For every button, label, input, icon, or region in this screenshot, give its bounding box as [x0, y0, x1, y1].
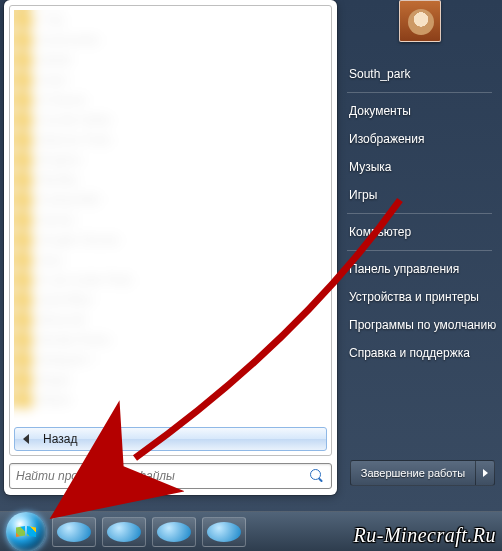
- program-folder-item[interactable]: Foobar2000: [14, 190, 327, 210]
- right-panel-item[interactable]: Игры: [337, 181, 502, 209]
- app-icon: [57, 522, 91, 542]
- search-box[interactable]: [9, 463, 332, 489]
- taskbar-pinned-item[interactable]: [202, 517, 246, 547]
- program-label: Foobar2000: [38, 193, 100, 207]
- separator: [347, 92, 492, 93]
- shutdown-row: Завершение работы: [350, 460, 495, 486]
- folder-icon: [16, 153, 32, 167]
- program-label: Games: [38, 213, 75, 227]
- program-folder-item[interactable]: Steam: [14, 390, 327, 410]
- folder-icon: [16, 133, 32, 147]
- watermark: Ru-Minecraft.Ru: [354, 524, 496, 547]
- app-icon: [157, 522, 191, 542]
- start-right-panel: South_parkДокументыИзображенияМузыкаИгры…: [337, 0, 502, 495]
- right-panel-item[interactable]: Программы по умолчанию: [337, 311, 502, 339]
- folder-icon: [16, 333, 32, 347]
- right-panel-item[interactable]: Документы: [337, 97, 502, 125]
- right-panel-item[interactable]: Панель управления: [337, 255, 502, 283]
- programs-list[interactable]: 7-ZipAccessoriesAdobeAvastCCleanerCounte…: [14, 10, 327, 427]
- folder-icon: [16, 53, 32, 67]
- search-input[interactable]: [16, 469, 309, 483]
- chevron-right-icon: [483, 469, 488, 477]
- chevron-left-icon: [23, 434, 29, 444]
- program-folder-item[interactable]: Accessories: [14, 30, 327, 50]
- program-folder-item[interactable]: K-Lite Codec Pack: [14, 270, 327, 290]
- back-label: Назад: [43, 432, 77, 446]
- program-label: K-Lite Codec Pack: [38, 273, 132, 287]
- taskbar-pinned-item[interactable]: [152, 517, 196, 547]
- shutdown-button[interactable]: Завершение работы: [350, 460, 475, 486]
- folder-icon: [16, 113, 32, 127]
- program-folder-item[interactable]: Avast: [14, 70, 327, 90]
- folder-icon: [16, 273, 32, 287]
- right-panel-item[interactable]: Компьютер: [337, 218, 502, 246]
- program-folder-item[interactable]: CCleaner: [14, 90, 327, 110]
- program-folder-item[interactable]: Skype: [14, 370, 327, 390]
- back-button[interactable]: Назад: [14, 427, 327, 451]
- separator: [347, 250, 492, 251]
- folder-icon: [16, 393, 32, 407]
- program-label: LibreOffice: [38, 293, 93, 307]
- program-label: Avast: [38, 73, 66, 87]
- program-label: Counter-Strike: [38, 113, 111, 127]
- user-avatar[interactable]: [399, 0, 441, 42]
- right-panel-item[interactable]: South_park: [337, 60, 502, 88]
- program-folder-item[interactable]: Adobe: [14, 50, 327, 70]
- program-label: Notepad++: [38, 353, 95, 367]
- folder-icon: [16, 373, 32, 387]
- folder-icon: [16, 253, 32, 267]
- program-folder-item[interactable]: Google Chrome: [14, 230, 327, 250]
- taskbar-pinned-item[interactable]: [102, 517, 146, 547]
- folder-icon: [16, 233, 32, 247]
- folder-icon: [16, 213, 32, 227]
- separator: [347, 213, 492, 214]
- program-label: Steam: [38, 393, 71, 407]
- program-label: Skype: [38, 373, 70, 387]
- app-icon: [107, 522, 141, 542]
- folder-icon: [16, 173, 32, 187]
- program-folder-item[interactable]: 7-Zip: [14, 10, 327, 30]
- program-folder-item[interactable]: Mozilla Firefox: [14, 330, 327, 350]
- folder-icon: [16, 313, 32, 327]
- search-row: [9, 456, 332, 490]
- all-programs-panel: 7-ZipAccessoriesAdobeAvastCCleanerCounte…: [9, 5, 332, 456]
- program-label: Daemon Tools: [38, 133, 111, 147]
- program-label: Minecraft: [38, 313, 85, 327]
- program-label: Google Chrome: [38, 233, 119, 247]
- folder-icon: [16, 353, 32, 367]
- right-panel-item[interactable]: Устройства и принтеры: [337, 283, 502, 311]
- right-panel-item[interactable]: Справка и поддержка: [337, 339, 502, 367]
- program-label: Java: [38, 253, 62, 267]
- taskbar-pinned-item[interactable]: [52, 517, 96, 547]
- program-folder-item[interactable]: Daemon Tools: [14, 130, 327, 150]
- folder-icon: [16, 13, 32, 27]
- folder-icon: [16, 33, 32, 47]
- program-label: Mozilla Firefox: [38, 333, 111, 347]
- program-folder-item[interactable]: LibreOffice: [14, 290, 327, 310]
- user-avatar-wrap: [337, 0, 502, 46]
- folder-icon: [16, 73, 32, 87]
- program-folder-item[interactable]: Notepad++: [14, 350, 327, 370]
- screenshot-root: South_parkДокументыИзображенияМузыкаИгры…: [0, 0, 502, 551]
- shutdown-options-button[interactable]: [475, 460, 495, 486]
- folder-icon: [16, 193, 32, 207]
- program-label: Dropbox: [38, 153, 81, 167]
- search-icon: [309, 468, 325, 484]
- program-folder-item[interactable]: Dropbox: [14, 150, 327, 170]
- app-icon: [207, 522, 241, 542]
- program-label: Accessories: [38, 33, 99, 47]
- program-folder-item[interactable]: Games: [14, 210, 327, 230]
- right-panel-list: South_parkДокументыИзображенияМузыкаИгры…: [337, 60, 502, 367]
- right-panel-item[interactable]: Изображения: [337, 125, 502, 153]
- program-folder-item[interactable]: Java: [14, 250, 327, 270]
- folder-icon: [16, 93, 32, 107]
- program-folder-item[interactable]: Counter-Strike: [14, 110, 327, 130]
- start-orb[interactable]: [6, 512, 46, 552]
- folder-icon: [16, 293, 32, 307]
- program-label: 7-Zip: [38, 13, 64, 27]
- start-menu: 7-ZipAccessoriesAdobeAvastCCleanerCounte…: [4, 0, 337, 495]
- program-folder-item[interactable]: Minecraft: [14, 310, 327, 330]
- program-label: Adobe: [38, 53, 71, 67]
- program-folder-item[interactable]: FileZilla: [14, 170, 327, 190]
- right-panel-item[interactable]: Музыка: [337, 153, 502, 181]
